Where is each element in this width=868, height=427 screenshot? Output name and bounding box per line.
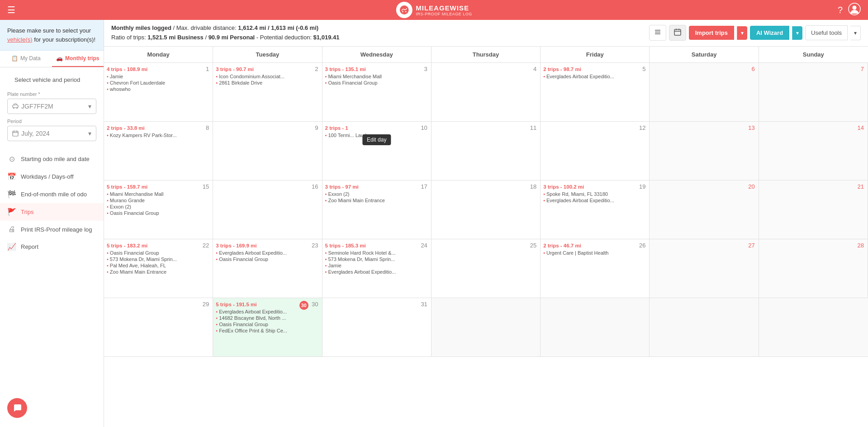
cal-cell-fri-26[interactable]: 26 2 trips - 46.7 mi Urgent Care | Bapti… — [541, 239, 650, 298]
help-icon[interactable]: ? — [838, 5, 843, 15]
cal-cell-mon-8[interactable]: 8 2 trips - 33.8 mi Kozy Kampers RV Park… — [104, 122, 213, 180]
sidebar-item-print[interactable]: 🖨 Print IRS-Proof mileage log — [0, 221, 104, 238]
tab-my-data[interactable]: 📋 My Data — [0, 51, 52, 67]
trip-summary-2: 3 trips - 90.7 mi — [216, 66, 319, 72]
calendar-view-button[interactable] — [669, 25, 686, 41]
trip-item: Kozy Kampers RV Park-Stor... — [107, 133, 210, 138]
cal-cell-sun-14[interactable]: 14 — [759, 122, 868, 180]
cal-cell-sat-20[interactable]: 20 — [650, 180, 759, 239]
cal-cell-wed-17[interactable]: 17 3 trips - 97 mi Exxon (2) Zoo Miami M… — [323, 180, 432, 239]
cal-cell-thu-11[interactable]: 11 — [432, 122, 541, 180]
cal-cell-tue-16[interactable]: 16 — [213, 180, 322, 239]
sidebar-tabs: 📋 My Data 🚗 Monthly trips — [0, 51, 104, 67]
logo-icon — [396, 2, 412, 18]
trip-item: Zoo Miami Main Entrance — [107, 269, 210, 275]
edit-day-tooltip: Edit day — [362, 134, 391, 145]
cal-cell-wed-31[interactable]: 31 — [323, 298, 432, 357]
trip-summary-8: 2 trips - 33.8 mi — [107, 124, 210, 131]
user-icon[interactable] — [848, 3, 861, 18]
period-dropdown[interactable]: July, 2024 ▾ — [7, 126, 96, 141]
cal-cell-sat-13[interactable]: 13 — [650, 122, 759, 180]
trip-item: Miami Merchandise Mall — [325, 74, 428, 79]
cal-cell-mon-1[interactable]: 1 4 trips - 108.9 mi Jamie Chevron Fort … — [104, 63, 213, 122]
trip-item: Pal Med Ave, Hialeah, FL — [107, 263, 210, 268]
import-trips-button[interactable]: Import trips — [689, 26, 734, 40]
sidebar-alert: Please make sure to select your vehicle(… — [0, 20, 104, 51]
trip-item: Oasis Financial Group — [216, 322, 319, 327]
cal-cell-sat-27[interactable]: 27 — [650, 239, 759, 298]
cal-date-3: 3 — [424, 66, 427, 72]
sidebar-label-endmonth: End-of-month mile of odo — [21, 191, 87, 198]
sidebar-item-end-of-month[interactable]: 🏁 End-of-month mile of odo — [0, 185, 104, 203]
trip-item: Oasis Financial Group — [107, 250, 210, 256]
cal-date-28: 28 — [858, 242, 864, 249]
sidebar-nav: ⊙ Starting odo mile and date 📅 Workdays … — [0, 147, 104, 427]
cal-cell-fri-12[interactable]: 12 — [541, 122, 650, 180]
app-header: ☰ MILEAGEWISE IRS-PROOF MILEAGE LOG ? — [0, 0, 868, 20]
cal-cell-tue-2[interactable]: 2 3 trips - 90.7 mi Icon Condominium Ass… — [213, 63, 322, 122]
sidebar-item-workdays[interactable]: 📅 Workdays / Days-off — [0, 168, 104, 185]
svg-point-1 — [402, 11, 403, 12]
cal-cell-sat-6[interactable]: 6 — [650, 63, 759, 122]
calendar-header: Monday Tuesday Wednesday Thursday Friday… — [104, 47, 868, 63]
plate-chevron: ▾ — [88, 103, 91, 110]
cal-cell-thu-25[interactable]: 25 — [432, 239, 541, 298]
svg-point-4 — [853, 5, 857, 9]
cal-cell-mon-22[interactable]: 22 5 trips - 183.2 mi Oasis Financial Gr… — [104, 239, 213, 298]
cal-cell-fri-5[interactable]: 5 2 trips - 98.7 mi Everglades Airboat E… — [541, 63, 650, 122]
cal-cell-tue-30[interactable]: 30 30 5 trips - 191.5 mi Everglades Airb… — [213, 298, 322, 357]
ai-wizard-button[interactable]: AI Wizard — [750, 26, 789, 40]
cal-date-14: 14 — [858, 124, 864, 131]
cal-date-11: 11 — [530, 124, 536, 131]
period-label: Period — [7, 119, 96, 124]
import-dropdown-button[interactable]: ▾ — [737, 26, 747, 40]
cal-date-19: 19 — [639, 183, 645, 190]
chat-icon — [12, 403, 22, 413]
cal-cell-fri-19[interactable]: 19 3 trips - 100.2 mi Spoke Rd, Miami, F… — [541, 180, 650, 239]
logo-name: MILEAGEWISE — [416, 4, 472, 12]
sidebar-item-starting-odo[interactable]: ⊙ Starting odo mile and date — [0, 150, 104, 168]
cal-cell-mon-15[interactable]: 15 5 trips - 159.7 mi Miami Merchandise … — [104, 180, 213, 239]
trip-item: Everglades Airboat Expeditio... — [543, 198, 646, 203]
trip-item: Exxon (2) — [325, 191, 428, 197]
vehicle-link[interactable]: vehicle(s) — [7, 36, 33, 43]
cal-date-5: 5 — [642, 66, 645, 72]
cal-cell-tue-23[interactable]: 23 3 trips - 169.9 mi Everglades Airboat… — [213, 239, 322, 298]
ai-wizard-dropdown-button[interactable]: ▾ — [792, 26, 802, 40]
back-icon[interactable]: ☰ — [7, 5, 15, 15]
useful-tools-dropdown-button[interactable]: ▾ — [850, 26, 861, 40]
calendar-grid: 1 4 trips - 108.9 mi Jamie Chevron Fort … — [104, 63, 868, 357]
trip-item: 573 Mokena Dr, Miami Sprin... — [107, 256, 210, 262]
day-header-sunday: Sunday — [759, 47, 868, 62]
sidebar-item-report[interactable]: 📈 Report — [0, 238, 104, 256]
chat-button[interactable] — [7, 398, 27, 418]
cal-cell-thu-4[interactable]: 4 — [432, 63, 541, 122]
topbar-info: Monthly miles logged / Max. drivable dis… — [111, 24, 339, 43]
vehicle-section: Select vehicle and period Plate number *… — [0, 67, 104, 147]
sidebar-item-trips[interactable]: 🚩 Trips — [0, 203, 104, 221]
tab-my-data-label: My Data — [20, 55, 41, 62]
list-view-button[interactable] — [649, 25, 666, 41]
useful-tools-button[interactable]: Useful tools — [805, 25, 848, 40]
cal-date-30: 30 — [312, 301, 318, 308]
cal-cell-sun-28[interactable]: 28 — [759, 239, 868, 298]
tab-monthly-trips[interactable]: 🚗 Monthly trips — [52, 51, 104, 67]
cal-cell-sun-7[interactable]: 7 — [759, 63, 868, 122]
cal-cell-tue-9[interactable]: 9 — [213, 122, 322, 180]
cal-date-18: 18 — [530, 183, 536, 190]
plate-label: Plate number * — [7, 91, 96, 97]
cal-cell-wed-10[interactable]: 10 2 trips - 1 100 Termi... Lauder... Ed… — [323, 122, 432, 180]
cal-cell-thu-18[interactable]: 18 — [432, 180, 541, 239]
cal-date-25: 25 — [530, 242, 536, 249]
cal-date-13: 13 — [748, 124, 754, 131]
trip-item: 573 Mokena Dr, Miami Sprin... — [325, 256, 428, 262]
cal-cell-wed-3[interactable]: 3 3 trips - 135.1 mi Miami Merchandise M… — [323, 63, 432, 122]
cal-date-2: 2 — [315, 66, 318, 72]
cal-cell-sun-21[interactable]: 21 — [759, 180, 868, 239]
cal-cell-wed-24[interactable]: 24 5 trips - 185.3 mi Seminole Hard Rock… — [323, 239, 432, 298]
cal-cell-mon-29[interactable]: 29 — [104, 298, 213, 357]
period-chevron: ▾ — [88, 130, 91, 137]
plate-value: JGF7FF2M — [21, 103, 53, 110]
trip-summary-22: 5 trips - 183.2 mi — [107, 242, 210, 248]
plate-dropdown[interactable]: JGF7FF2M ▾ — [7, 99, 96, 114]
